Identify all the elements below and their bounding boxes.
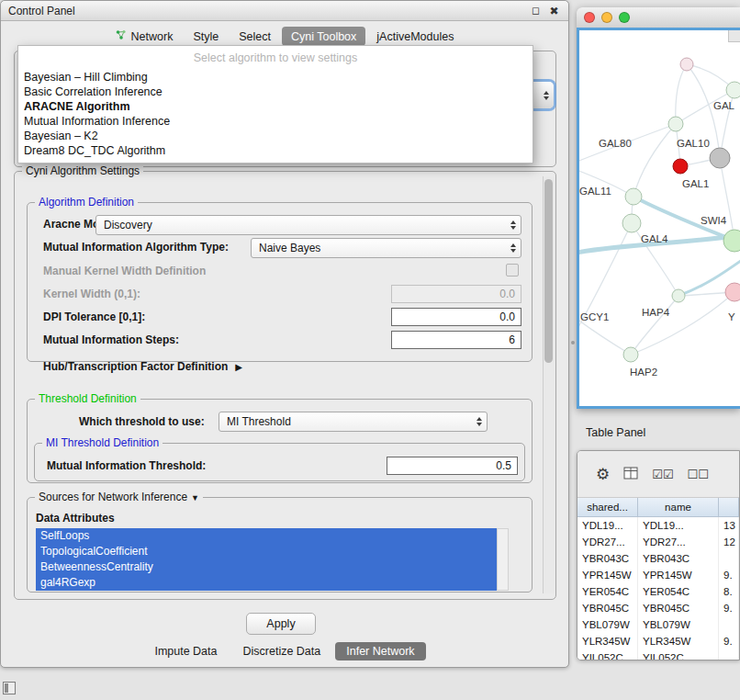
tab-select[interactable]: Select [230,27,280,46]
tab-label: Infer Network [346,645,414,658]
algorithm-option[interactable]: Bayesian – Hill Climbing [18,70,533,85]
network-edge[interactable] [631,296,678,355]
table-cell: 12 [719,534,739,550]
network-node[interactable] [726,82,740,98]
tab-label: Select [239,30,271,43]
close-icon[interactable]: ✖ [547,5,561,17]
network-node[interactable] [622,214,641,232]
mi-threshold-field[interactable]: 0.5 [387,457,518,475]
tab-infer-network[interactable]: Infer Network [335,642,425,660]
control-panel-titlebar[interactable]: Control Panel ◻ ✖ [1,1,568,21]
network-edge[interactable] [676,64,687,124]
table-row[interactable]: YDL19...YDL19...13 [577,517,739,534]
expanded-arrow-icon: ▼ [191,493,199,502]
network-edge[interactable] [720,158,734,241]
data-attribute-item[interactable]: gal4RGexp [36,575,497,591]
network-node[interactable] [725,283,740,301]
table-row[interactable]: YBR045CYBR045C9. [577,600,739,616]
table-column-header[interactable]: name [638,498,719,517]
tab-label: Style [193,30,219,43]
network-canvas[interactable]: GAL80GAL10GAL11GAL1SWI4GAL4GCY1HAP4HAP2G… [577,28,740,409]
hub-section-toggle[interactable]: Hub/Transcription Factor Definition▶ [43,360,242,373]
zoom-traffic-light-icon[interactable] [619,12,630,23]
table-row[interactable]: YIL052CYIL052C [577,649,739,660]
network-node-label: SWI4 [701,215,727,226]
table-cell: YPR145W [638,567,719,583]
aracne-mode-select[interactable]: Discovery [95,215,521,235]
network-node[interactable] [673,159,688,174]
tab-network[interactable]: Network [107,27,183,46]
dpi-tolerance-field[interactable]: 0.0 [391,308,521,326]
table-row[interactable]: YBL079WYBL079W [577,616,739,633]
network-node[interactable] [625,188,642,205]
columns-icon[interactable] [623,467,638,482]
mi-algorithm-type-select[interactable]: Naive Bayes [251,238,521,258]
data-attribute-item[interactable]: SelfLoops [36,528,497,544]
network-node[interactable] [672,289,685,302]
table-column-header[interactable]: shared... [577,498,638,517]
network-graph[interactable]: GAL80GAL10GAL11GAL1SWI4GAL4GCY1HAP4HAP2G… [579,30,740,406]
close-traffic-light-icon[interactable] [584,12,595,23]
data-attributes-list[interactable]: SelfLoopsTopologicalCoefficientBetweenne… [36,528,497,591]
table-column-header[interactable] [719,498,739,517]
mi-steps-field[interactable]: 6 [391,331,521,349]
sources-title: Sources for Network Inference [39,491,187,503]
collapsed-arrow-icon: ▶ [235,362,242,372]
network-node-label: GCY1 [580,311,609,322]
algorithm-option[interactable]: ARACNE Algorithm [18,99,533,114]
combobox-stepper-icon [510,243,516,253]
network-node[interactable] [668,117,683,131]
network-edge[interactable] [633,124,676,197]
field-value: 0.0 [499,288,515,300]
table-row[interactable]: YBR043CYBR043C [577,550,739,567]
manual-kernel-checkbox[interactable] [506,264,519,277]
network-node[interactable] [680,58,693,71]
bottom-tab-bar: Impute Data Discretize Data Infer Networ… [1,642,568,660]
network-node[interactable] [623,347,638,362]
tab-label: Impute Data [154,645,217,658]
table-row[interactable]: YER054CYER054C8. [577,583,739,600]
minimize-traffic-light-icon[interactable] [601,12,612,23]
tab-label: Cyni Toolbox [291,30,356,43]
scrollbar-thumb[interactable] [544,179,553,363]
tab-jactivemodules[interactable]: jActiveModules [367,27,463,46]
algorithm-option[interactable]: Bayesian – K2 [18,129,533,143]
network-edge[interactable] [631,292,734,355]
table-row[interactable]: YLR345WYLR345W9. [577,633,739,649]
network-node[interactable] [723,230,740,252]
combobox-stepper-icon [544,91,549,100]
table-row[interactable]: YDR27...YDR27...12 [577,534,739,550]
deselect-all-columns-icon[interactable]: ☐☐ [688,468,709,481]
tab-impute-data[interactable]: Impute Data [143,642,228,660]
table-toolbar: ⚙ ☑☑ ☐☐ [577,451,739,498]
algorithm-option[interactable]: Basic Correlation Inference [18,85,533,99]
splitter-handle[interactable] [571,341,575,344]
network-node[interactable] [710,148,730,168]
tab-discretize-data[interactable]: Discretize Data [232,642,332,660]
tab-style[interactable]: Style [184,27,228,46]
settings-scrollbar[interactable] [543,176,555,593]
select-all-columns-icon[interactable]: ☑☑ [652,468,673,481]
network-window-titlebar[interactable] [577,7,740,28]
gear-icon[interactable]: ⚙ [596,465,610,484]
algorithm-option[interactable]: Mutual Information Inference [18,114,533,129]
network-scrollbar-corner [728,30,740,42]
selected-value: Discovery [104,219,152,231]
window-title: Control Panel [8,5,75,17]
which-threshold-select[interactable]: MI Threshold [219,412,488,432]
restore-panel-icon[interactable] [3,682,16,694]
sources-group-toggle[interactable]: Sources for Network Inference▼ [35,491,203,503]
table-cell: YBR045C [638,600,719,616]
network-tab-icon [116,29,127,43]
attributes-list-scrollbar[interactable] [497,528,509,591]
kernel-width-field: 0.0 [391,285,521,303]
apply-button[interactable]: Apply [246,613,316,635]
table-panel-titlebar[interactable]: Table Panel [577,419,740,446]
node-table: shared...name YDL19...YDL19...13YDR27...… [577,498,739,660]
data-attribute-item[interactable]: BetweennessCentrality [36,559,497,575]
algorithm-option[interactable]: Dream8 DC_TDC Algorithm [18,143,533,158]
data-attribute-item[interactable]: TopologicalCoefficient [36,544,497,559]
tab-cyni-toolbox[interactable]: Cyni Toolbox [282,27,365,46]
float-window-icon[interactable]: ◻ [529,5,543,17]
table-row[interactable]: YPR145WYPR145W9. [577,567,739,583]
